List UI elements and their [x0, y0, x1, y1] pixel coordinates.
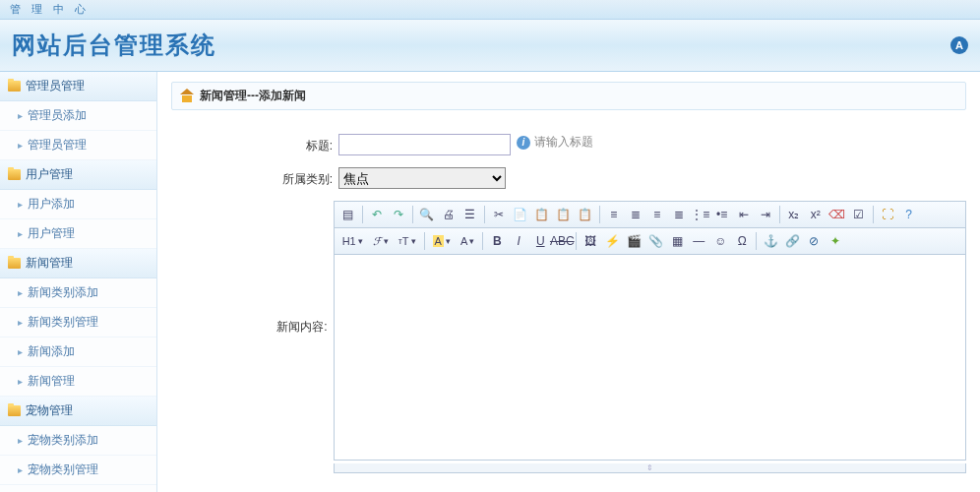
paste-word-icon[interactable]: 📋	[576, 205, 595, 224]
title-hint: i 请输入标题	[517, 134, 593, 151]
sidebar-item[interactable]: ▸新闻添加	[0, 338, 156, 367]
print-icon[interactable]: 🖨	[439, 205, 459, 224]
fullscreen-icon[interactable]: ⛶	[878, 205, 897, 224]
bold-icon[interactable]: B	[487, 231, 507, 251]
bullet-icon: ▸	[18, 287, 23, 298]
breadcrumb-text: 新闻管理---添加新闻	[200, 88, 306, 104]
info-icon: i	[517, 136, 530, 150]
paste-icon[interactable]: 📋	[532, 205, 552, 224]
top-bar: 管 理 中 心	[0, 0, 980, 20]
breadcrumb: 新闻管理---添加新闻	[171, 82, 966, 110]
bullet-icon: ▸	[18, 346, 23, 357]
bullet-icon: ▸	[18, 464, 23, 475]
sidebar-item[interactable]: ▸管理员管理	[0, 131, 156, 160]
main-content: 新闻管理---添加新闻 标题: i 请输入标题 所属类别: 焦点 新闻内容:	[157, 72, 980, 492]
sidebar-category[interactable]: 管理员管理	[0, 72, 156, 101]
sidebar-item[interactable]: ▸新闻类别管理	[0, 308, 156, 338]
anchor-icon[interactable]: ⚓	[761, 231, 780, 251]
bullet-icon: ▸	[18, 140, 23, 151]
content-textarea[interactable]	[334, 254, 966, 461]
sidebar-item[interactable]: ▸用户管理	[0, 219, 156, 249]
content-label: 新闻内容:	[171, 201, 334, 336]
indent-icon[interactable]: ⇥	[756, 205, 775, 224]
cut-icon[interactable]: ✂	[489, 205, 509, 224]
home-icon	[180, 91, 194, 102]
form: 标题: i 请输入标题 所属类别: 焦点 新闻内容: ▤	[171, 124, 966, 492]
table-icon[interactable]: ▦	[667, 231, 687, 251]
category-label: 所属类别:	[171, 167, 338, 188]
underline-icon[interactable]: U	[530, 231, 550, 251]
superscript-icon[interactable]: x²	[806, 205, 826, 224]
file-icon[interactable]: 📎	[645, 231, 665, 251]
sidebar-category[interactable]: 用户管理	[0, 160, 156, 190]
sidebar-item[interactable]: ▸宠物添加	[0, 485, 156, 492]
flash-icon[interactable]: ⚡	[602, 231, 622, 251]
paste-text-icon[interactable]: 📋	[554, 205, 574, 224]
rich-editor: ▤ ↶ ↷ 🔍 🖨 ☰ ✂ 📄 📋 📋 📋	[334, 201, 966, 473]
unlink-icon[interactable]: ⊘	[804, 231, 824, 251]
editor-toolbar-row1: ▤ ↶ ↷ 🔍 🖨 ☰ ✂ 📄 📋 📋 📋	[334, 201, 966, 227]
page-title: 网站后台管理系统	[12, 30, 216, 61]
top-bar-text: 管 理 中 心	[10, 3, 90, 15]
category-select[interactable]: 焦点	[338, 167, 506, 189]
bullet-icon: ▸	[18, 435, 23, 446]
folder-icon	[8, 258, 21, 269]
source-icon[interactable]: ▤	[338, 205, 358, 224]
user-icon[interactable]: A	[950, 36, 968, 54]
folder-icon	[8, 81, 21, 92]
size-dropdown[interactable]: тT	[395, 231, 420, 251]
bullet-icon: ▸	[18, 317, 23, 328]
bullet-icon: ▸	[18, 110, 23, 121]
bullet-icon: ▸	[18, 376, 23, 387]
emoji-icon[interactable]: ☺	[710, 231, 730, 251]
sidebar-item[interactable]: ▸管理员添加	[0, 101, 156, 131]
subscript-icon[interactable]: x₂	[784, 205, 804, 224]
sidebar-item[interactable]: ▸宠物类别管理	[0, 456, 156, 485]
align-center-icon[interactable]: ≣	[626, 205, 645, 224]
sidebar-item[interactable]: ▸宠物类别添加	[0, 426, 156, 456]
preview-icon[interactable]: 🔍	[417, 205, 437, 224]
clear-format-icon[interactable]: ⌫	[827, 205, 847, 224]
bullet-icon: ▸	[18, 228, 23, 239]
hr-icon[interactable]: —	[689, 231, 708, 251]
sidebar-item[interactable]: ▸新闻类别添加	[0, 278, 156, 308]
redo-icon[interactable]: ↷	[389, 205, 408, 224]
template-icon[interactable]: ☰	[460, 205, 480, 224]
copy-icon[interactable]: 📄	[511, 205, 530, 224]
sidebar-category[interactable]: 新闻管理	[0, 249, 156, 278]
sidebar-item[interactable]: ▸新闻管理	[0, 367, 156, 397]
strike-icon[interactable]: ABC	[552, 231, 572, 251]
image-icon[interactable]: 🖼	[581, 231, 600, 251]
fontcolor-dropdown[interactable]: A	[429, 231, 455, 251]
sidebar-category[interactable]: 宠物管理	[0, 397, 156, 426]
align-right-icon[interactable]: ≡	[647, 205, 667, 224]
align-left-icon[interactable]: ≡	[604, 205, 624, 224]
editor-toolbar-row2: H1 ℱ тT A A B I U ABC 🖼 ⚡ 🎬	[334, 227, 966, 254]
heading-dropdown[interactable]: H1	[338, 231, 367, 251]
about-icon[interactable]: ✦	[826, 231, 845, 251]
list-ol-icon[interactable]: ⋮≡	[691, 205, 710, 224]
folder-icon	[8, 405, 21, 416]
sidebar-item[interactable]: ▸用户添加	[0, 190, 156, 219]
select-all-icon[interactable]: ☑	[849, 205, 869, 224]
align-justify-icon[interactable]: ≣	[669, 205, 689, 224]
link-icon[interactable]: 🔗	[782, 231, 802, 251]
folder-icon	[8, 169, 21, 180]
font-dropdown[interactable]: ℱ	[369, 231, 393, 251]
media-icon[interactable]: 🎬	[624, 231, 643, 251]
italic-icon[interactable]: I	[509, 231, 528, 251]
title-input[interactable]	[338, 134, 511, 155]
header: 网站后台管理系统 A	[0, 20, 980, 72]
sidebar: 管理员管理▸管理员添加▸管理员管理用户管理▸用户添加▸用户管理新闻管理▸新闻类别…	[0, 72, 157, 492]
special-icon[interactable]: Ω	[732, 231, 752, 251]
help-icon[interactable]: ?	[899, 205, 919, 224]
title-label: 标题:	[171, 134, 338, 154]
resize-handle[interactable]: ⇕	[334, 463, 966, 473]
list-ul-icon[interactable]: •≡	[712, 205, 732, 224]
outdent-icon[interactable]: ⇤	[734, 205, 754, 224]
undo-icon[interactable]: ↶	[367, 205, 387, 224]
bullet-icon: ▸	[18, 199, 23, 210]
bgcolor-dropdown[interactable]: A	[457, 231, 478, 251]
